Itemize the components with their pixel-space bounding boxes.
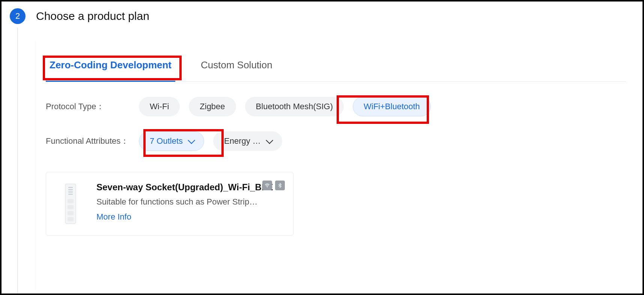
attribute-energy-pill[interactable]: Energy … (213, 131, 282, 151)
svg-rect-4 (68, 191, 73, 193)
chevron-down-icon (266, 137, 273, 144)
product-title: Seven-way Socket(Upgraded)_Wi-Fi_BLE (96, 181, 284, 193)
more-info-link[interactable]: More Info (96, 212, 284, 222)
attribute-outlets-label: 7 Outlets (150, 136, 183, 146)
protocol-type-label: Protocol Type： (46, 101, 139, 112)
protocol-wifi-pill[interactable]: Wi-Fi (139, 97, 180, 116)
svg-rect-3 (68, 189, 73, 190)
svg-rect-5 (68, 194, 73, 195)
svg-rect-2 (68, 187, 73, 188)
svg-rect-7 (68, 205, 74, 209)
tab-custom-solution[interactable]: Custom Solution (197, 55, 276, 81)
product-plan-panel: Zero-Coding Development Custom Solution … (36, 41, 639, 290)
step-title: Choose a product plan (36, 10, 149, 23)
product-card[interactable]: Seven-way Socket(Upgraded)_Wi-Fi_BLE Sui… (46, 172, 293, 236)
plan-tabs: Zero-Coding Development Custom Solution (46, 55, 626, 82)
functional-attributes-row: Functional Attributes： 7 Outlets Energy … (46, 131, 626, 151)
protocol-type-row: Protocol Type： Wi-Fi Zigbee Bluetooth Me… (46, 97, 626, 116)
functional-attributes-label: Functional Attributes： (46, 135, 139, 147)
step-number-badge: 2 (10, 8, 26, 24)
attribute-outlets-pill[interactable]: 7 Outlets (139, 131, 204, 151)
svg-rect-8 (68, 211, 74, 215)
product-thumbnail (55, 181, 86, 226)
svg-rect-6 (68, 199, 74, 203)
svg-rect-9 (68, 217, 74, 221)
step-connector-line (17, 28, 18, 295)
wifi-icon (262, 181, 272, 190)
product-card-body: Seven-way Socket(Upgraded)_Wi-Fi_BLE Sui… (96, 181, 284, 226)
bluetooth-icon (275, 181, 285, 190)
protocol-btmesh-pill[interactable]: Bluetooth Mesh(SIG) (245, 97, 344, 116)
chevron-down-icon (188, 137, 195, 144)
protocol-wifi-bluetooth-pill[interactable]: WiFi+Bluetooth (353, 97, 431, 116)
protocol-zigbee-pill[interactable]: Zigbee (189, 97, 236, 116)
svg-point-0 (267, 187, 268, 188)
attribute-energy-label: Energy … (224, 136, 261, 146)
product-description: Suitable for functions such as Power Str… (96, 197, 284, 207)
tab-zero-coding[interactable]: Zero-Coding Development (46, 55, 175, 81)
card-protocol-icons (262, 181, 285, 190)
